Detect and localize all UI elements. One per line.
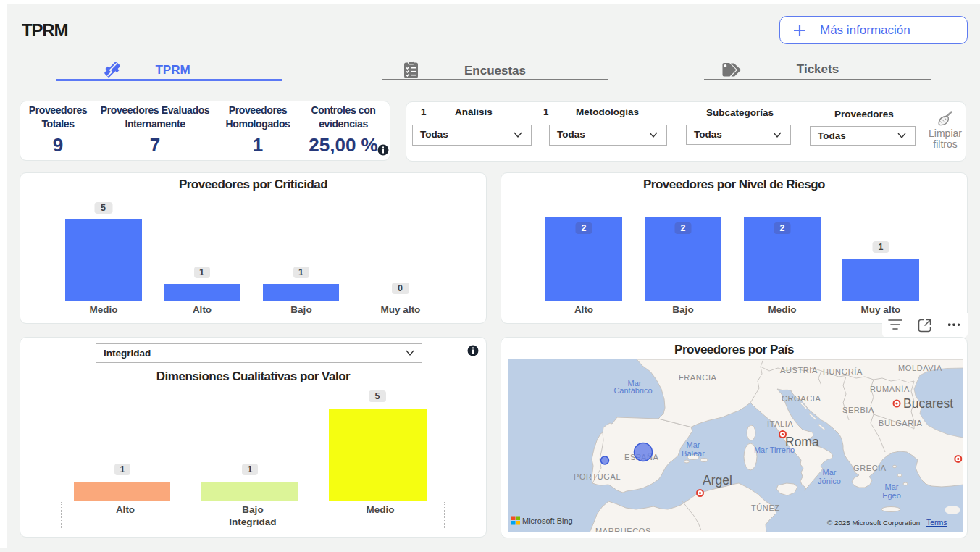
svg-text:Mar: Mar xyxy=(885,482,899,491)
svg-text:© 2025 Microsoft Corporation: © 2025 Microsoft Corporation xyxy=(827,519,920,527)
svg-text:Terms: Terms xyxy=(926,518,947,527)
svg-text:PORTUGAL: PORTUGAL xyxy=(574,472,621,481)
svg-text:Bucarest: Bucarest xyxy=(903,396,953,411)
svg-text:Cantábrico: Cantábrico xyxy=(613,386,652,395)
svg-text:Microsoft Bing: Microsoft Bing xyxy=(522,517,573,525)
svg-text:Jónico: Jónico xyxy=(818,477,841,485)
svg-text:CROACIA: CROACIA xyxy=(782,394,821,403)
svg-text:Balear: Balear xyxy=(682,449,705,458)
svg-text:Mar: Mar xyxy=(823,468,837,477)
svg-text:MOLDAVIA: MOLDAVIA xyxy=(898,364,942,372)
svg-text:Roma: Roma xyxy=(785,435,819,449)
svg-text:Argel: Argel xyxy=(703,473,732,488)
svg-text:AUSTRIA: AUSTRIA xyxy=(780,366,818,375)
svg-text:Mar: Mar xyxy=(687,440,700,449)
svg-text:Egeo: Egeo xyxy=(882,491,901,500)
svg-text:SERBIA: SERBIA xyxy=(842,406,874,414)
svg-text:MARRUECOS: MARRUECOS xyxy=(595,527,651,532)
svg-text:HUNGRÍA: HUNGRÍA xyxy=(823,367,863,376)
svg-text:FRANCIA: FRANCIA xyxy=(679,373,717,382)
svg-text:GRECIA: GRECIA xyxy=(853,464,887,472)
svg-text:TÚNEZ: TÚNEZ xyxy=(751,503,780,512)
svg-text:RUMANÍA: RUMANÍA xyxy=(870,385,910,393)
svg-text:ITALIA: ITALIA xyxy=(767,419,793,428)
svg-text:BULGARIA: BULGARIA xyxy=(879,419,922,427)
